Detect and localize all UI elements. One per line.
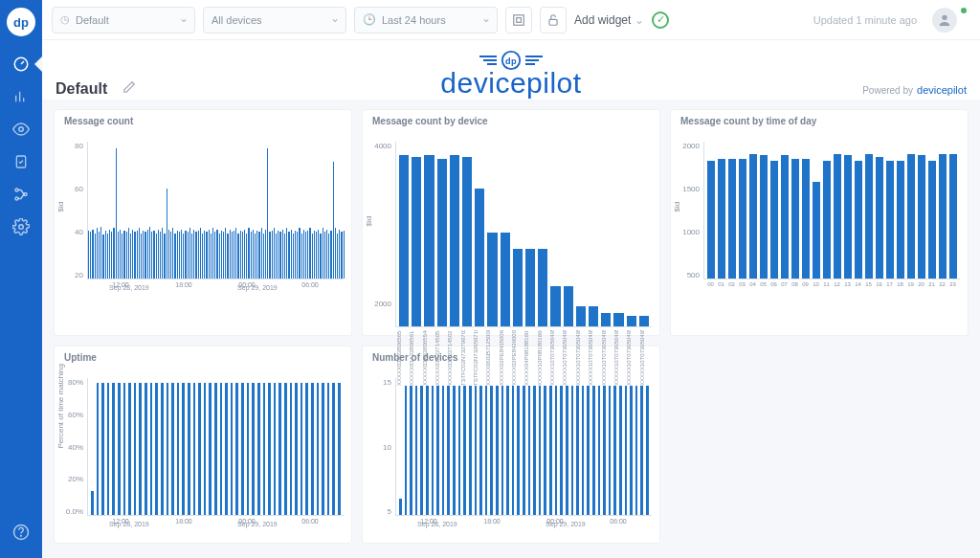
svg-text:dp: dp xyxy=(505,56,517,66)
chart-c5: 15105 12:0018:0000:0006:00 Sep 28, 2019S… xyxy=(370,372,652,535)
dashboard-selector-label: Default xyxy=(76,14,109,26)
svg-point-4 xyxy=(15,197,18,200)
nav-analytics[interactable] xyxy=(0,80,42,113)
topbar: ◷Default All devices 🕒Last 24 hours Add … xyxy=(42,0,980,40)
avatar-status-dot xyxy=(961,8,967,13)
fullscreen-button[interactable] xyxy=(505,7,532,33)
page-title: Default xyxy=(56,80,107,98)
status-ok-icon: ✓ xyxy=(652,11,669,29)
clock-icon: 🕒 xyxy=(363,13,376,26)
edit-title-icon[interactable] xyxy=(122,80,136,98)
nav-help[interactable] xyxy=(0,516,42,548)
chart-c3: $id 200015001000500 00010203040506070809… xyxy=(679,136,960,299)
powered-by: Powered bydevicepilot xyxy=(862,84,967,96)
svg-point-1 xyxy=(19,127,24,132)
dashboard-icon: ◷ xyxy=(60,13,70,26)
content: Message count $id 80604020 12:0018:0000:… xyxy=(42,100,980,558)
svg-point-6 xyxy=(19,225,24,230)
updated-label: Updated 1 minute ago xyxy=(813,14,917,26)
svg-rect-9 xyxy=(514,14,524,25)
brand-row: Default dp devicepilot Powered bydevicep… xyxy=(42,40,980,100)
add-widget-button[interactable]: Add widget⌄ xyxy=(574,13,644,27)
device-selector-label: All devices xyxy=(212,14,262,26)
avatar[interactable] xyxy=(932,8,957,33)
device-selector[interactable]: All devices xyxy=(203,7,346,33)
chart-c4: Percent of time matching 80%60%40%20%0.0… xyxy=(62,372,344,535)
nav-dashboard[interactable] xyxy=(0,48,42,80)
brand: dp devicepilot xyxy=(440,50,581,100)
card-title: Uptime xyxy=(55,346,351,368)
time-range-selector[interactable]: 🕒Last 24 hours xyxy=(354,7,498,33)
nav-view[interactable] xyxy=(0,113,42,145)
time-range-label: Last 24 hours xyxy=(382,14,446,26)
svg-point-12 xyxy=(942,14,947,19)
svg-point-3 xyxy=(15,189,18,191)
svg-rect-11 xyxy=(549,19,557,25)
card-number-of-devices[interactable]: Number of devices 15105 12:0018:0000:000… xyxy=(362,346,660,544)
dashboard-selector[interactable]: ◷Default xyxy=(52,7,195,33)
card-title: Message count xyxy=(55,110,351,132)
nav-network[interactable] xyxy=(0,178,42,211)
add-widget-label: Add widget xyxy=(574,13,631,27)
sidebar: dp xyxy=(0,0,42,558)
nav-clipboard[interactable] xyxy=(0,145,42,178)
card-message-count[interactable]: Message count $id 80604020 12:0018:0000:… xyxy=(54,109,352,336)
card-message-count-by-device[interactable]: Message count by device $id 40002000 XXX… xyxy=(362,109,660,336)
chart-c2: $id 40002000 XXXXX03A228065654854XXXXX03… xyxy=(370,136,652,327)
svg-point-8 xyxy=(21,535,22,536)
lock-button[interactable] xyxy=(540,7,567,33)
card-title: Message count by time of day xyxy=(671,110,968,132)
card-message-count-by-time[interactable]: Message count by time of day $id 2000150… xyxy=(670,109,969,336)
card-uptime[interactable]: Uptime Percent of time matching 80%60%40… xyxy=(54,346,352,544)
card-title: Message count by device xyxy=(363,110,659,132)
brand-name: devicepilot xyxy=(440,67,581,100)
svg-rect-10 xyxy=(517,17,522,22)
chart-c1: $id 80604020 12:0018:0000:0006:00 Sep 28… xyxy=(62,136,344,299)
main: ◷Default All devices 🕒Last 24 hours Add … xyxy=(42,0,980,558)
brand-logo-icon[interactable]: dp xyxy=(7,8,35,36)
nav-settings[interactable] xyxy=(0,211,42,243)
